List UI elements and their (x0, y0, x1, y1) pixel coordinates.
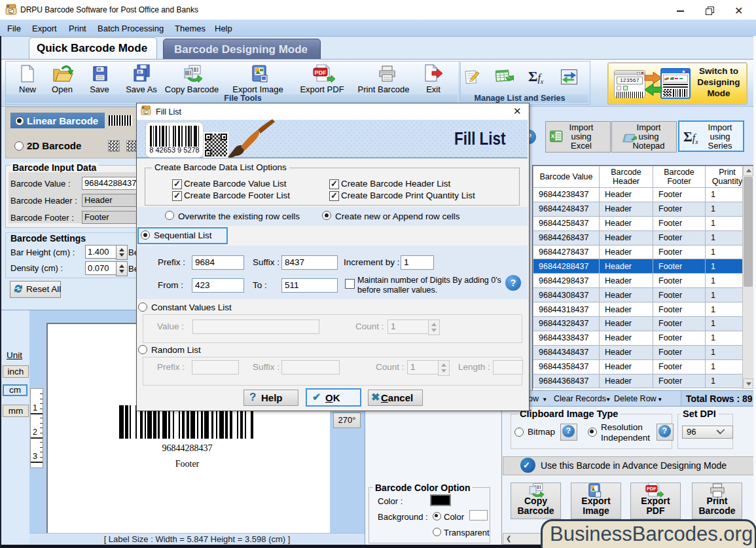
svg-text:PDF: PDF (315, 69, 327, 76)
svg-text:X: X (551, 133, 555, 139)
svg-text:PDF: PDF (647, 486, 657, 492)
